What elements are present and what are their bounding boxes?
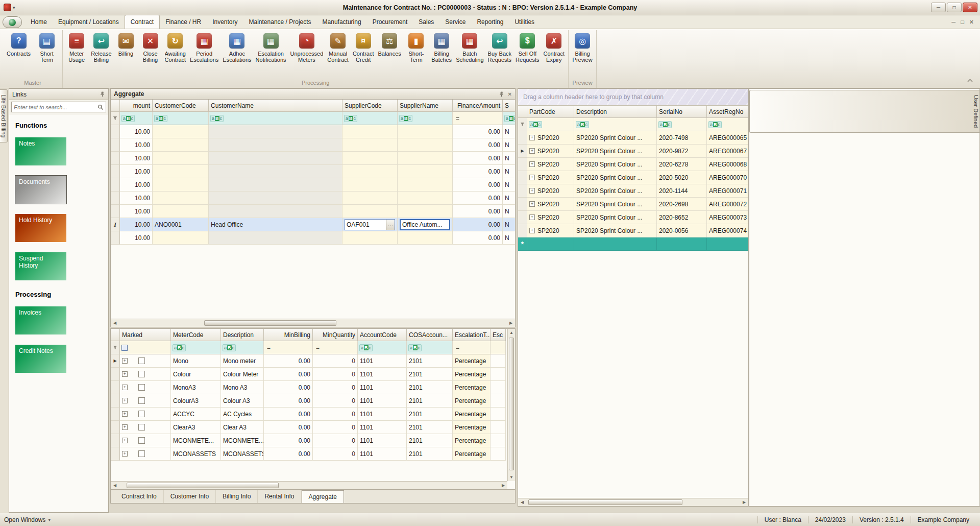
release-billing-period-button[interactable]: ↩Release Billing Period bbox=[89, 30, 113, 64]
grid-cell[interactable]: 2101 bbox=[407, 368, 453, 381]
scroll-down-arrow-icon[interactable]: ▼ bbox=[509, 473, 513, 481]
grid-cell[interactable]: OAF001… bbox=[342, 218, 398, 231]
grid-cell[interactable]: 1101 bbox=[358, 381, 407, 394]
grid-cell[interactable]: N bbox=[503, 165, 516, 178]
invoices-button[interactable]: Invoices bbox=[15, 306, 66, 334]
grid-cell[interactable]: 0.00 bbox=[453, 218, 503, 231]
contracts-button[interactable]: ?Contracts bbox=[5, 30, 33, 58]
ribbon-tab-procurement[interactable]: Procurement bbox=[367, 15, 413, 29]
table-row[interactable]: +MonoA3Mono A30.00011012101Percentage bbox=[111, 381, 515, 394]
grid-cell[interactable]: 2020-0056 bbox=[657, 224, 707, 237]
grid-cell[interactable]: 0 bbox=[313, 381, 358, 394]
grid-cell[interactable]: 0 bbox=[313, 368, 358, 381]
grid-cell[interactable]: N bbox=[503, 178, 516, 192]
column-header-minquantity[interactable]: MinQuantity bbox=[313, 329, 358, 341]
grid-cell[interactable]: 2101 bbox=[407, 447, 453, 461]
grid-cell[interactable]: 0.00 bbox=[453, 192, 503, 205]
column-header-esc[interactable]: Esc bbox=[491, 329, 506, 341]
column-header-serialno[interactable]: SerialNo bbox=[657, 106, 707, 118]
grid-cell[interactable] bbox=[209, 231, 342, 245]
tab-user-defined[interactable]: User Defined bbox=[749, 90, 979, 133]
grid-cell[interactable] bbox=[342, 138, 398, 152]
column-header-minbilling[interactable]: MinBilling bbox=[264, 329, 313, 341]
grid-cell[interactable]: Head Office bbox=[209, 218, 342, 231]
column-header-customername[interactable]: CustomerName bbox=[209, 100, 342, 112]
grid-cell[interactable]: +SP2020 bbox=[527, 224, 574, 237]
filter-cell-customername[interactable]: aBc bbox=[209, 112, 342, 125]
grid-cell[interactable] bbox=[491, 447, 506, 461]
table-row[interactable]: 10.000.00N bbox=[111, 165, 515, 178]
grid-cell[interactable] bbox=[153, 205, 209, 218]
table-row[interactable]: +SP2020SP2020 Sprint Colour ...2020-5020… bbox=[518, 171, 748, 184]
grid-cell[interactable] bbox=[342, 192, 398, 205]
filter-cell-marked[interactable] bbox=[120, 341, 171, 354]
grid-cell[interactable] bbox=[342, 125, 398, 138]
grid-cell[interactable]: N bbox=[503, 205, 516, 218]
grid-cell[interactable]: 2101 bbox=[407, 394, 453, 408]
meter-usage-button[interactable]: ≡Meter Usage bbox=[64, 30, 89, 64]
grid-cell[interactable]: 0.00 bbox=[453, 125, 503, 138]
short-term-contracts-button[interactable]: ▤Short Term Contracts bbox=[33, 30, 61, 64]
grid-cell[interactable]: 0 bbox=[313, 394, 358, 408]
grid-cell[interactable]: Percentage bbox=[453, 394, 491, 408]
grid-cell[interactable] bbox=[491, 408, 506, 421]
pin-icon[interactable] bbox=[100, 91, 105, 97]
column-header-escalationt[interactable]: EscalationT... bbox=[453, 329, 491, 341]
table-row[interactable]: +ACCYCAC Cycles0.00011012101Percentage bbox=[111, 408, 515, 421]
tab-customer-info[interactable]: Customer Info bbox=[164, 490, 216, 503]
table-row[interactable]: ▶+MonoMono meter0.00011012101Percentage bbox=[111, 354, 515, 368]
grid-cell[interactable]: + bbox=[120, 408, 171, 421]
sell-off-requests-button[interactable]: $Sell Off Requests bbox=[513, 30, 541, 64]
grid-cell[interactable]: 0 bbox=[313, 434, 358, 447]
grid-cell[interactable]: + bbox=[120, 354, 171, 368]
column-header-mount[interactable]: mount bbox=[120, 100, 153, 112]
grid-cell[interactable]: 2020-8652 bbox=[657, 211, 707, 224]
column-header-suppliercode[interactable]: SupplierCode bbox=[342, 100, 398, 112]
grid-cell[interactable]: 10.00 bbox=[120, 231, 153, 245]
grid-cell[interactable]: 0.00 bbox=[264, 421, 313, 434]
grid-cell[interactable]: Office Autom... bbox=[398, 218, 453, 231]
grid-cell[interactable]: SP2020 Sprint Colour ... bbox=[574, 184, 657, 198]
grid-cell[interactable]: 0 bbox=[313, 447, 358, 461]
billing-batches-button[interactable]: ▦Billing Batches bbox=[429, 30, 454, 64]
grid-cell[interactable]: 2101 bbox=[407, 354, 453, 368]
grid-cell[interactable]: 2020-7498 bbox=[657, 131, 707, 145]
grid-cell[interactable]: 0.00 bbox=[453, 165, 503, 178]
row-checkbox[interactable] bbox=[138, 424, 145, 431]
grid-cell[interactable] bbox=[491, 381, 506, 394]
column-header-description[interactable]: Description bbox=[221, 329, 264, 341]
grid-cell[interactable]: 10.00 bbox=[120, 152, 153, 165]
grid-cell[interactable]: 10.00 bbox=[120, 165, 153, 178]
table-row[interactable]: +SP2020SP2020 Sprint Colour ...2020-6278… bbox=[518, 158, 748, 171]
row-checkbox[interactable] bbox=[138, 384, 145, 391]
grid-cell[interactable] bbox=[153, 165, 209, 178]
expand-icon[interactable]: + bbox=[122, 451, 128, 457]
pin-icon[interactable] bbox=[499, 91, 504, 97]
expand-icon[interactable]: + bbox=[122, 424, 128, 430]
table-row[interactable]: 10.000.00N bbox=[111, 192, 515, 205]
row-checkbox[interactable] bbox=[138, 397, 145, 404]
grid-cell[interactable]: 2101 bbox=[407, 434, 453, 447]
grid-cell[interactable]: 0.00 bbox=[264, 408, 313, 421]
adhoc-escalations-button[interactable]: ▦Adhoc Escalations bbox=[220, 30, 253, 64]
ribbon-tab-utilities[interactable]: Utilities bbox=[509, 15, 540, 29]
grid-cell[interactable] bbox=[398, 192, 453, 205]
grid-cell[interactable] bbox=[707, 237, 748, 251]
aggregate-horizontal-scrollbar[interactable]: ◀ ▶ bbox=[111, 319, 515, 327]
expand-icon[interactable]: + bbox=[122, 371, 128, 377]
grid-cell[interactable] bbox=[209, 152, 342, 165]
filter-cell-minquantity[interactable]: = bbox=[313, 341, 358, 354]
grid-cell[interactable]: +SP2020 bbox=[527, 145, 574, 158]
grid-cell[interactable]: 1101 bbox=[358, 394, 407, 408]
contract-expiry-button[interactable]: ✗Contract Expiry bbox=[542, 30, 567, 64]
ribbon-tab-reporting[interactable]: Reporting bbox=[471, 15, 509, 29]
grid-cell[interactable]: 10.00 bbox=[120, 218, 153, 231]
filter-cell-partcode[interactable]: aBc bbox=[527, 118, 574, 131]
grid-cell[interactable]: SP2020 Sprint Colour ... bbox=[574, 158, 657, 171]
row-checkbox[interactable] bbox=[138, 357, 145, 364]
column-header-partcode[interactable]: PartCode bbox=[527, 106, 574, 118]
grid-cell[interactable]: MonoA3 bbox=[171, 381, 221, 394]
grid-cell[interactable] bbox=[491, 434, 506, 447]
grid-cell[interactable]: Percentage bbox=[453, 408, 491, 421]
minimize-button[interactable]: ─ bbox=[931, 3, 946, 12]
